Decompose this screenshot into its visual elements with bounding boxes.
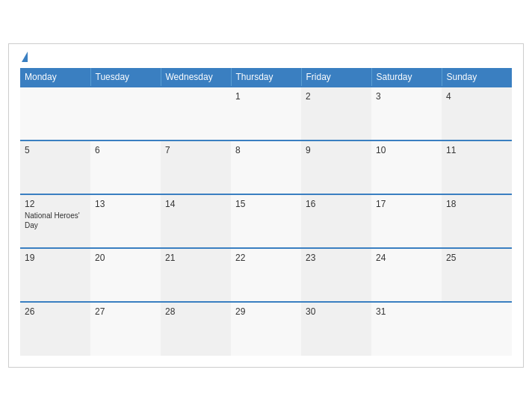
day-number: 9 [306,145,367,155]
day-number: 7 [165,145,226,155]
day-cell: 26 [20,302,90,356]
day-cell: 19 [20,248,90,302]
calendar-container: MondayTuesdayWednesdayThursdayFridaySatu… [8,43,524,368]
day-number: 2 [306,91,367,102]
day-cell: 1 [231,87,301,140]
day-cell: 9 [301,140,371,194]
calendar-table: MondayTuesdayWednesdayThursdayFridaySatu… [20,68,512,356]
day-number: 19 [25,253,86,263]
weekday-header-wednesday: Wednesday [161,68,231,87]
day-cell: 28 [161,302,231,356]
day-cell [20,87,90,140]
day-number: 1 [235,91,297,102]
day-number: 11 [446,145,507,155]
weekday-header-monday: Monday [20,68,90,87]
day-number: 14 [165,199,226,209]
day-cell: 4 [442,87,512,140]
day-cell: 6 [90,140,161,194]
day-number: 6 [95,145,156,155]
week-row-0: 1234 [20,87,512,140]
day-cell: 16 [301,194,371,248]
day-number: 25 [446,253,507,263]
day-cell [90,87,161,140]
day-cell: 29 [231,302,301,356]
day-cell: 27 [90,302,161,356]
logo [20,52,28,62]
day-number: 13 [95,199,156,209]
day-cell: 31 [371,302,442,356]
day-number: 22 [235,253,297,263]
day-number: 15 [235,199,297,209]
day-cell: 3 [371,87,442,140]
day-number: 20 [95,253,156,263]
day-number: 16 [306,199,367,209]
week-row-4: 262728293031 [20,302,512,356]
weekday-header-tuesday: Tuesday [90,68,161,87]
weekday-header-saturday: Saturday [371,68,442,87]
day-cell: 13 [90,194,161,248]
week-row-3: 19202122232425 [20,248,512,302]
day-cell: 20 [90,248,161,302]
day-cell [161,87,231,140]
day-number: 27 [95,306,156,317]
day-cell: 12National Heroes' Day [20,194,90,248]
day-number: 18 [446,199,507,209]
day-number: 8 [235,145,297,155]
weekday-header-row: MondayTuesdayWednesdayThursdayFridaySatu… [20,68,512,87]
day-number: 28 [165,306,226,317]
day-number: 3 [376,91,437,102]
day-number: 23 [306,253,367,263]
day-cell: 22 [231,248,301,302]
day-cell: 8 [231,140,301,194]
day-cell: 30 [301,302,371,356]
day-number: 31 [376,306,437,317]
day-cell: 17 [371,194,442,248]
week-row-2: 12National Heroes' Day131415161718 [20,194,512,248]
logo-triangle-icon [22,52,28,62]
day-number: 4 [446,91,507,102]
day-number: 12 [25,199,86,209]
day-number: 29 [235,306,297,317]
day-number: 5 [25,145,86,155]
day-cell [442,302,512,356]
day-cell: 5 [20,140,90,194]
weekday-header-sunday: Sunday [442,68,512,87]
calendar-header [20,52,512,62]
day-cell: 23 [301,248,371,302]
calendar-thead: MondayTuesdayWednesdayThursdayFridaySatu… [20,68,512,87]
event-label: National Heroes' Day [25,211,86,230]
day-number: 17 [376,199,437,209]
day-cell: 18 [442,194,512,248]
day-cell: 10 [371,140,442,194]
day-number: 26 [25,306,86,317]
day-number: 30 [306,306,367,317]
day-number: 21 [165,253,226,263]
day-cell: 7 [161,140,231,194]
day-cell: 15 [231,194,301,248]
day-cell: 11 [442,140,512,194]
weekday-header-thursday: Thursday [231,68,301,87]
day-number: 24 [376,253,437,263]
day-cell: 21 [161,248,231,302]
week-row-1: 567891011 [20,140,512,194]
day-cell: 14 [161,194,231,248]
calendar-body: 123456789101112National Heroes' Day13141… [20,87,512,356]
day-cell: 24 [371,248,442,302]
day-cell: 2 [301,87,371,140]
weekday-header-friday: Friday [301,68,371,87]
day-cell: 25 [442,248,512,302]
day-number: 10 [376,145,437,155]
